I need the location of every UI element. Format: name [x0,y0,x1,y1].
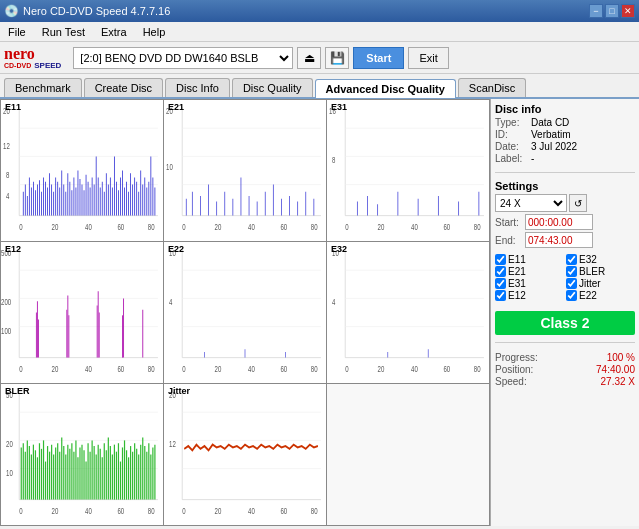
chart-e32-svg: 10 4 0 20 40 60 80 [327,242,489,383]
svg-text:200: 200 [1,297,11,307]
start-button[interactable]: Start [353,47,404,69]
svg-text:20: 20 [52,506,59,516]
menu-run-test[interactable]: Run Test [38,24,89,40]
eject-icon[interactable]: ⏏ [297,47,321,69]
svg-text:40: 40 [411,364,418,374]
checkbox-e22[interactable] [566,290,577,301]
save-icon[interactable]: 💾 [325,47,349,69]
end-time-input[interactable] [525,232,593,248]
checkbox-e12-item: E12 [495,290,564,301]
svg-text:40: 40 [85,506,92,516]
checkbox-e31-label: E31 [508,278,526,289]
checkbox-e31-item: E31 [495,278,564,289]
svg-text:60: 60 [280,506,287,516]
checkbox-jitter-label: Jitter [579,278,601,289]
speed-select[interactable]: 24 X 4 X8 X16 X 32 XMAX [495,194,567,212]
svg-text:60: 60 [117,364,124,374]
menu-help[interactable]: Help [139,24,170,40]
checkbox-e11-item: E11 [495,254,564,265]
svg-text:0: 0 [19,364,22,374]
refresh-button[interactable]: ↺ [569,194,587,212]
chart-empty [327,384,489,525]
chart-e12: E12 500 200 100 0 20 40 60 80 [1,242,163,383]
chart-e22-svg: 10 4 0 20 40 60 80 [164,242,326,383]
svg-text:40: 40 [85,364,92,374]
disc-label-value: - [531,153,534,164]
checkbox-e21-item: E21 [495,266,564,277]
disc-id-label: ID: [495,129,531,140]
svg-text:40: 40 [248,222,255,232]
progress-value: 100 % [607,352,635,363]
checkbox-e21-label: E21 [508,266,526,277]
menu-extra[interactable]: Extra [97,24,131,40]
checkbox-e11-label: E11 [508,254,526,265]
chart-e21: E21 20 10 0 20 40 60 80 [164,100,326,241]
svg-text:20: 20 [6,439,13,449]
logo-cddvd: CD-DVD [4,62,31,69]
divider-1 [495,172,635,173]
chart-e12-svg: 500 200 100 0 20 40 60 80 [1,242,163,383]
tab-benchmark[interactable]: Benchmark [4,78,82,97]
checkbox-e11[interactable] [495,254,506,265]
divider-2 [495,342,635,343]
close-button[interactable]: ✕ [621,4,635,18]
disc-label-row: Label: - [495,153,635,164]
titlebar-controls: − □ ✕ [589,4,635,18]
disc-date-label: Date: [495,141,531,152]
checkbox-e12-label: E12 [508,290,526,301]
svg-text:0: 0 [19,222,22,232]
minimize-button[interactable]: − [589,4,603,18]
checkbox-bler[interactable] [566,266,577,277]
position-label: Position: [495,364,533,375]
svg-text:40: 40 [248,506,255,516]
svg-text:80: 80 [311,222,318,232]
svg-text:0: 0 [19,506,22,516]
title-icon: 💿 [4,4,19,18]
svg-text:60: 60 [280,364,287,374]
toolbar: nero CD-DVD SPEED [2:0] BENQ DVD DD DW16… [0,42,639,74]
svg-text:0: 0 [182,364,185,374]
main-area: E11 20 12 8 4 0 20 40 60 80 [0,99,639,526]
exit-button[interactable]: Exit [408,47,448,69]
chart-jitter: Jitter 20 12 0 20 40 60 80 [164,384,326,525]
checkbox-jitter[interactable] [566,278,577,289]
menu-file[interactable]: File [4,24,30,40]
chart-e31-label: E31 [331,102,347,112]
class-badge: Class 2 [495,311,635,335]
speed-row: 24 X 4 X8 X16 X 32 XMAX ↺ [495,194,635,212]
chart-e31-svg: 16 8 0 20 40 60 80 [327,100,489,241]
svg-text:20: 20 [52,364,59,374]
tab-advanced-disc-quality[interactable]: Advanced Disc Quality [315,79,456,98]
svg-text:20: 20 [378,222,385,232]
svg-text:40: 40 [248,364,255,374]
chart-e31: E31 16 8 0 20 40 60 80 [327,100,489,241]
tab-create-disc[interactable]: Create Disc [84,78,163,97]
tab-disc-info[interactable]: Disc Info [165,78,230,97]
progress-section: Progress: 100 % Position: 74:40.00 Speed… [495,352,635,388]
checkbox-e21[interactable] [495,266,506,277]
tab-scandisc[interactable]: ScanDisc [458,78,526,97]
svg-text:20: 20 [215,222,222,232]
end-time-row: End: [495,232,635,248]
checkbox-e32-label: E32 [579,254,597,265]
charts-grid: E11 20 12 8 4 0 20 40 60 80 [0,99,491,526]
svg-text:0: 0 [345,222,348,232]
checkbox-e32[interactable] [566,254,577,265]
settings-section: Settings 24 X 4 X8 X16 X 32 XMAX ↺ Start… [495,180,635,250]
disc-type-label: Type: [495,117,531,128]
drive-select[interactable]: [2:0] BENQ DVD DD DW1640 BSLB [73,47,293,69]
svg-text:80: 80 [148,364,155,374]
position-row: Position: 74:40.00 [495,364,635,375]
start-time-input[interactable] [525,214,593,230]
chart-e22-label: E22 [168,244,184,254]
progress-row: Progress: 100 % [495,352,635,363]
checkbox-e12[interactable] [495,290,506,301]
checkbox-grid: E11 E32 E21 BLER E31 Jitter [495,254,635,301]
tab-disc-quality[interactable]: Disc Quality [232,78,313,97]
maximize-button[interactable]: □ [605,4,619,18]
right-panel: Disc info Type: Data CD ID: Verbatim Dat… [491,99,639,526]
checkbox-e31[interactable] [495,278,506,289]
chart-bler-label: BLER [5,386,30,396]
chart-e22: E22 10 4 0 20 40 60 80 [164,242,326,383]
svg-text:40: 40 [85,222,92,232]
